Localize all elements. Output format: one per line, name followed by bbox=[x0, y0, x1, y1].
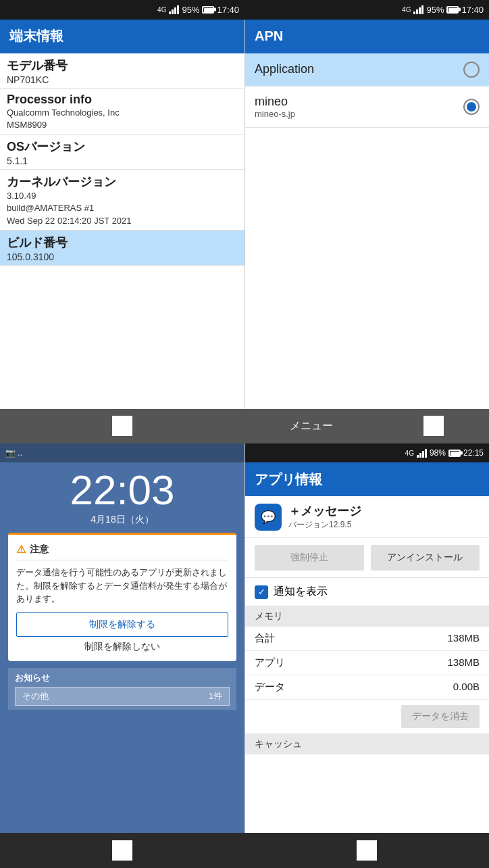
memory-section-header: メモリ bbox=[245, 606, 489, 627]
lock-screen: 📷 .. 22:03 4月18日（火） ⚠ 注意 データ通信を行う可能性のあるア… bbox=[0, 443, 244, 833]
kernel-version-label: カーネルバージョン bbox=[7, 174, 238, 190]
lower-battery-icon bbox=[448, 450, 461, 457]
kernel-version-value: 3.10.49 build@AMATERAS #1 Wed Sep 22 02:… bbox=[7, 190, 238, 227]
upper-status-bar: 4G 95% 17:40 4G 95% 17:40 bbox=[0, 0, 489, 20]
memory-total-label: 合計 bbox=[255, 632, 275, 645]
left-battery-pct: 95% bbox=[182, 5, 199, 15]
right-signal-bars bbox=[413, 5, 423, 14]
memory-app-row: アプリ 138MB bbox=[245, 651, 489, 675]
apn-item-application[interactable]: Application bbox=[245, 53, 489, 87]
notification-checkbox[interactable]: ✓ bbox=[255, 585, 268, 599]
clear-data-row: データを消去 bbox=[245, 700, 489, 734]
os-version-value: 5.1.1 bbox=[7, 155, 238, 166]
nav-back-button[interactable] bbox=[112, 416, 132, 436]
nav-right-half: メニュー bbox=[244, 416, 489, 436]
alert-title-text: 注意 bbox=[30, 544, 49, 556]
app-action-buttons: 強制停止 アンインストール bbox=[245, 538, 489, 578]
lower-battery-pct: 98% bbox=[430, 448, 446, 458]
right-signal-type: 4G bbox=[402, 6, 411, 14]
lower-signal-type: 4G bbox=[405, 450, 414, 457]
lower-split: 📷 .. 22:03 4月18日（火） ⚠ 注意 データ通信を行う可能性のあるア… bbox=[0, 443, 489, 833]
lock-camera-icon: 📷 .. bbox=[5, 448, 22, 458]
alert-warning-icon: ⚠ bbox=[16, 543, 26, 556]
nav-lower-back-button[interactable] bbox=[112, 840, 132, 861]
alert-card: ⚠ 注意 データ通信を行う可能性のあるアプリが更新されました。制限を解除するとデ… bbox=[8, 533, 236, 661]
apn-application-radio[interactable] bbox=[463, 62, 480, 78]
notification-checkbox-row: ✓ 通知を表示 bbox=[245, 578, 489, 606]
memory-total-row: 合計 138MB bbox=[245, 627, 489, 651]
notification-item-label: その他 bbox=[22, 690, 49, 702]
nav-menu-button[interactable]: メニュー bbox=[290, 419, 333, 433]
upper-split: 端末情報 モデル番号 NP701KC Processor info Qualco… bbox=[0, 20, 489, 409]
notification-label: 通知を表示 bbox=[274, 585, 328, 599]
model-number-item: モデル番号 NP701KC bbox=[0, 53, 244, 89]
device-info-list: モデル番号 NP701KC Processor info Qualcomm Te… bbox=[0, 53, 244, 409]
apn-item-mineo[interactable]: mineo mineo-s.jp bbox=[245, 87, 489, 128]
apn-mineo-name: mineo bbox=[255, 95, 295, 109]
app-info-panel: 4G 98% 22:15 アプリ情報 💬 ＋メッセージ バージョン12.9.5 bbox=[244, 443, 489, 833]
alert-primary-button[interactable]: 制限を解除する bbox=[16, 612, 228, 637]
build-number-item[interactable]: ビルド番号 105.0.3100 bbox=[0, 231, 244, 266]
notification-row: その他 1件 bbox=[15, 687, 230, 706]
processor-info-item: Processor info Qualcomm Technologies, In… bbox=[0, 89, 244, 135]
os-version-item: OSバージョン 5.1.1 bbox=[0, 135, 244, 170]
app-info-header: アプリ情報 bbox=[245, 462, 489, 496]
notification-section: お知らせ その他 1件 bbox=[8, 668, 236, 710]
cache-section-header: キャッシュ bbox=[245, 734, 489, 754]
build-number-value: 105.0.3100 bbox=[7, 251, 238, 262]
model-number-value: NP701KC bbox=[7, 74, 238, 85]
right-time: 17:40 bbox=[461, 5, 484, 15]
nav-lower-right bbox=[244, 840, 489, 861]
processor-value: Qualcomm Technologies, Inc MSM8909 bbox=[7, 107, 238, 131]
lock-date: 4月18日（火） bbox=[0, 514, 244, 526]
apn-list: Application mineo mineo-s.jp bbox=[245, 53, 489, 409]
status-right: 4G 95% 17:40 bbox=[244, 0, 489, 20]
nav-more-button[interactable] bbox=[423, 416, 444, 436]
lower-time: 22:15 bbox=[463, 448, 484, 458]
memory-data-row: データ 0.00B bbox=[245, 675, 489, 700]
nav-left-half bbox=[0, 416, 244, 436]
lock-time: 22:03 bbox=[0, 469, 244, 511]
nav-lower-more-button[interactable] bbox=[357, 840, 377, 861]
device-info-panel: 端末情報 モデル番号 NP701KC Processor info Qualco… bbox=[0, 20, 244, 409]
lower-nav-bar bbox=[0, 833, 489, 868]
apn-application-name: Application bbox=[255, 62, 314, 76]
force-stop-button[interactable]: 強制停止 bbox=[255, 545, 364, 571]
right-battery-icon bbox=[446, 6, 459, 14]
app-name: ＋メッセージ bbox=[288, 503, 361, 519]
left-signal-type: 4G bbox=[157, 6, 166, 14]
device-info-header: 端末情報 bbox=[0, 20, 244, 53]
build-number-label: ビルド番号 bbox=[7, 235, 238, 251]
model-number-label: モデル番号 bbox=[7, 57, 238, 74]
alert-title: ⚠ 注意 bbox=[16, 543, 228, 560]
upper-nav-bar: メニュー bbox=[0, 409, 489, 444]
app-info-content: 💬 ＋メッセージ バージョン12.9.5 強制停止 アンインストール ✓ 通知を… bbox=[245, 496, 489, 833]
memory-data-value: 0.00B bbox=[453, 681, 480, 694]
apn-mineo-radio[interactable] bbox=[463, 99, 480, 115]
os-version-label: OSバージョン bbox=[7, 139, 238, 155]
memory-data-label: データ bbox=[255, 681, 285, 694]
lock-top-bar: 📷 .. bbox=[0, 443, 244, 462]
memory-app-value: 138MB bbox=[447, 656, 480, 669]
kernel-version-item: カーネルバージョン 3.10.49 build@AMATERAS #1 Wed … bbox=[0, 170, 244, 231]
processor-label: Processor info bbox=[7, 93, 238, 107]
clear-data-button[interactable]: データを消去 bbox=[401, 705, 480, 728]
apn-panel: APN Application mineo mineo-s.jp bbox=[244, 20, 489, 409]
device-info-title: 端末情報 bbox=[9, 27, 63, 45]
app-info-title: アプリ情報 bbox=[255, 471, 322, 489]
apn-mineo-sub: mineo-s.jp bbox=[255, 109, 295, 119]
left-time: 17:40 bbox=[217, 5, 239, 15]
left-battery-icon bbox=[202, 6, 214, 14]
apn-header: APN bbox=[245, 20, 489, 53]
app-version: バージョン12.9.5 bbox=[288, 519, 361, 531]
uninstall-button[interactable]: アンインストール bbox=[371, 545, 480, 571]
right-battery-pct: 95% bbox=[426, 5, 444, 15]
apn-title: APN bbox=[255, 28, 283, 44]
alert-text: データ通信を行う可能性のあるアプリが更新されました。制限を解除するとデータ通信料… bbox=[16, 566, 228, 606]
lower-status-bar: 4G 98% 22:15 bbox=[245, 443, 489, 462]
memory-total-value: 138MB bbox=[447, 632, 480, 645]
alert-secondary-button[interactable]: 制限を解除しない bbox=[16, 641, 228, 653]
apn-mineo-radio-fill bbox=[467, 102, 476, 112]
left-signal-bars bbox=[169, 5, 179, 14]
notification-count: 1件 bbox=[209, 690, 222, 702]
